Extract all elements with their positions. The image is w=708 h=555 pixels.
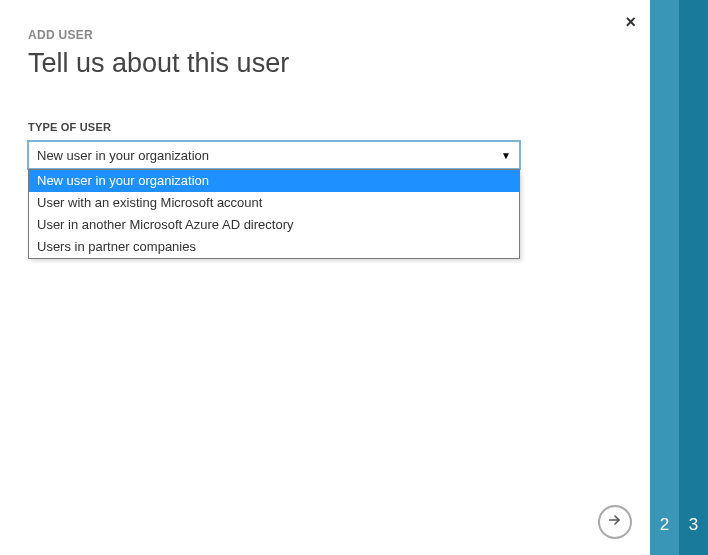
wizard-dialog: × ADD USER Tell us about this user TYPE … [0, 0, 708, 555]
option-new-user-org[interactable]: New user in your organization [29, 170, 519, 192]
arrow-right-icon [607, 512, 623, 532]
select-box[interactable]: New user in your organization ▼ [28, 141, 520, 169]
type-of-user-select[interactable]: New user in your organization ▼ New user… [28, 141, 520, 169]
page-title: Tell us about this user [28, 48, 622, 79]
wizard-page: × ADD USER Tell us about this user TYPE … [0, 0, 650, 555]
wizard-steps: 2 3 [650, 0, 708, 555]
option-azure-ad-directory[interactable]: User in another Microsoft Azure AD direc… [29, 214, 519, 236]
option-partner-companies[interactable]: Users in partner companies [29, 236, 519, 258]
type-of-user-label: TYPE OF USER [28, 121, 622, 133]
select-dropdown: New user in your organization User with … [28, 169, 520, 259]
breadcrumb: ADD USER [28, 28, 622, 42]
chevron-down-icon: ▼ [501, 150, 511, 161]
next-button[interactable] [598, 505, 632, 539]
step-3[interactable]: 3 [679, 0, 708, 555]
close-icon[interactable]: × [625, 12, 636, 33]
option-existing-ms-account[interactable]: User with an existing Microsoft account [29, 192, 519, 214]
select-value: New user in your organization [37, 148, 209, 163]
step-2[interactable]: 2 [650, 0, 679, 555]
